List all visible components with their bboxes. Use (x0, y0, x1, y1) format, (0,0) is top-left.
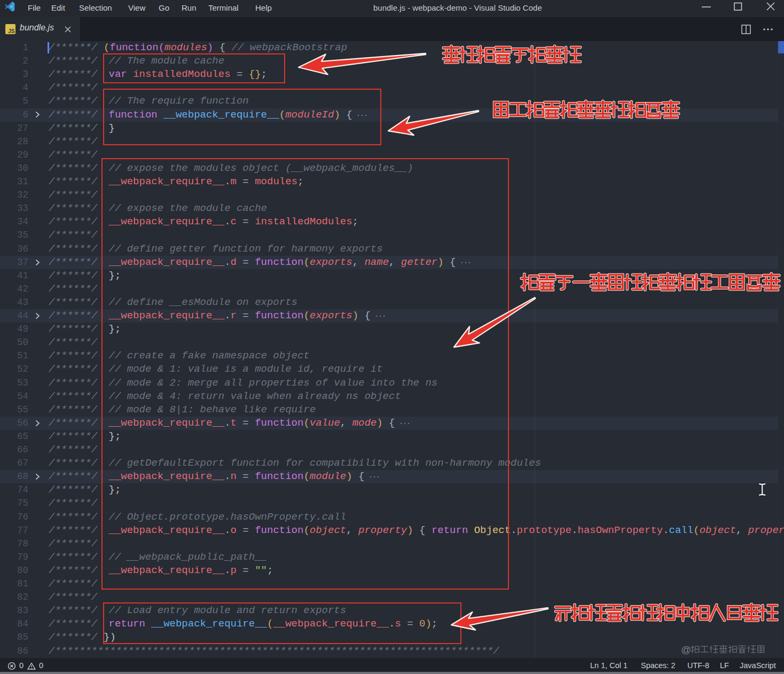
svg-text:@: @ (681, 644, 691, 655)
